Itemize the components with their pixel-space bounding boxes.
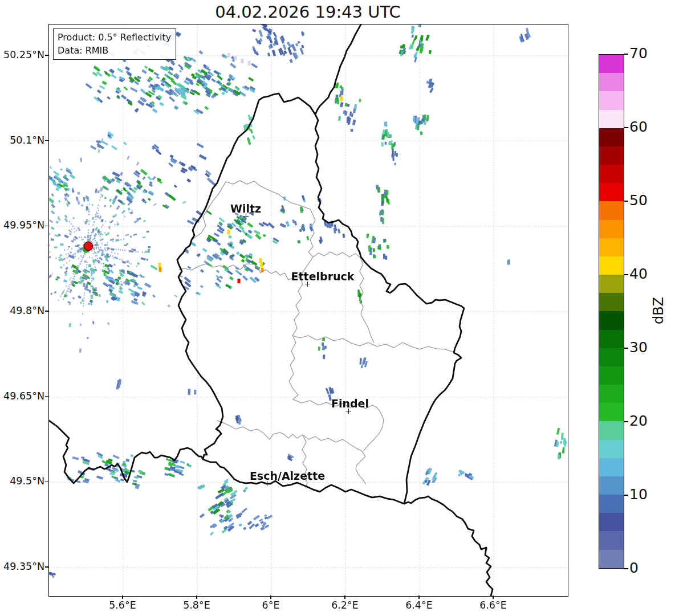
y-tick-label: 49.5°N (0, 475, 44, 487)
city-label: Ettelbruck (291, 270, 355, 283)
colorbar-segment (599, 256, 624, 275)
colorbar-segment (599, 531, 624, 549)
colorbar-segment (599, 91, 624, 109)
colorbar-segment (599, 421, 624, 439)
colorbar-segment (599, 110, 624, 128)
colorbar-tick-label: 40 (629, 266, 648, 282)
colorbar-segment (599, 55, 624, 73)
colorbar-segment (599, 550, 624, 568)
colorbar (599, 54, 624, 569)
y-tick-label: 49.95°N (0, 219, 44, 231)
colorbar-segment (599, 476, 624, 495)
colorbar-tick-mark (624, 568, 628, 569)
x-tick-label: 6°E (248, 599, 294, 611)
colorbar-segment (599, 330, 624, 348)
y-tick-mark (45, 140, 48, 141)
colorbar-tick-mark (624, 127, 628, 128)
colorbar-segment (599, 73, 624, 91)
x-tick-label: 6.6°E (470, 599, 516, 611)
y-tick-label: 50.1°N (0, 134, 44, 146)
colorbar-segment (599, 348, 624, 366)
y-tick-mark (45, 482, 48, 483)
colorbar-segment (599, 275, 624, 293)
colorbar-segment (599, 311, 624, 329)
y-tick-label: 49.65°N (0, 390, 44, 402)
product-line: Product: 0.5° Reflectivity (58, 31, 171, 44)
colorbar-segment (599, 458, 624, 476)
y-tick-label: 50.25°N (0, 49, 44, 60)
city-label: Findel (331, 397, 369, 410)
colorbar-segment (599, 495, 624, 513)
colorbar-tick-label: 20 (629, 413, 648, 429)
colorbar-segment (599, 146, 624, 165)
x-tick-label: 6.2°E (322, 599, 368, 611)
colorbar-tick-mark (624, 54, 628, 55)
colorbar-segment (599, 238, 624, 256)
colorbar-segment (599, 128, 624, 146)
y-tick-mark (45, 226, 48, 227)
map-plot-area: Product: 0.5° Reflectivity Data: RMIB Wi… (48, 24, 568, 597)
colorbar-tick-label: 0 (629, 560, 639, 576)
colorbar-segment (599, 293, 624, 311)
x-tick-mark (418, 595, 420, 599)
page-title: 04.02.2026 19:43 UTC (48, 2, 567, 22)
colorbar-segment (599, 201, 624, 219)
colorbar-tick-label: 70 (629, 45, 648, 62)
colorbar-tick-mark (624, 274, 628, 275)
x-tick-label: 6.4°E (396, 599, 442, 611)
colorbar-axis-label: dBZ (650, 293, 668, 328)
colorbar-tick-mark (624, 348, 628, 349)
colorbar-tick-mark (624, 201, 628, 202)
radar-map-canvas (49, 25, 568, 596)
colorbar-tick-label: 60 (629, 119, 648, 135)
colorbar-tick-label: 50 (629, 192, 648, 209)
x-tick-label: 5.8°E (174, 599, 219, 611)
colorbar-segment (599, 440, 624, 458)
data-source-line: Data: RMIB (58, 44, 171, 57)
x-tick-label: 5.6°E (100, 599, 145, 611)
colorbar-segment (599, 165, 624, 183)
colorbar-segment (599, 366, 624, 385)
x-tick-mark (270, 595, 271, 599)
colorbar-segment (599, 403, 624, 421)
y-tick-label: 49.8°N (0, 305, 44, 316)
x-tick-mark (196, 595, 197, 599)
x-tick-mark (493, 595, 494, 599)
colorbar-segment (599, 220, 624, 238)
colorbar-tick-label: 30 (629, 339, 648, 356)
city-label: Esch/Alzette (250, 470, 325, 482)
colorbar-tick-mark (624, 495, 628, 496)
colorbar-segment (599, 513, 624, 531)
x-tick-mark (122, 595, 123, 599)
product-info-box: Product: 0.5° Reflectivity Data: RMIB (53, 28, 176, 60)
y-tick-mark (45, 566, 48, 568)
y-tick-mark (45, 311, 48, 312)
colorbar-segment (599, 385, 624, 403)
y-tick-mark (45, 55, 48, 56)
city-label: Wiltz (230, 202, 261, 215)
x-tick-mark (344, 595, 345, 599)
colorbar-tick-mark (624, 421, 628, 422)
colorbar-segment (599, 183, 624, 201)
y-tick-label: 49.35°N (0, 561, 44, 572)
colorbar-tick-label: 10 (629, 486, 648, 503)
y-tick-mark (45, 396, 48, 397)
